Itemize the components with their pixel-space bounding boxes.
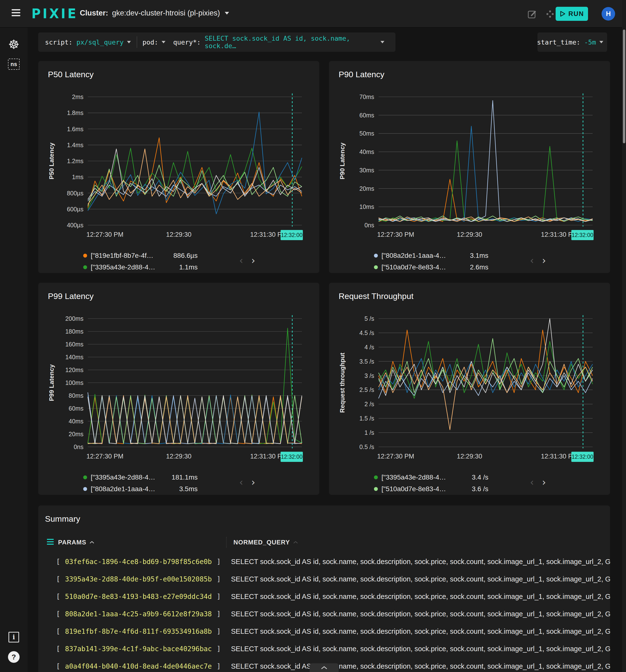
legend-next-icon[interactable]: › — [542, 475, 546, 490]
legend-prev-icon[interactable]: ‹ — [239, 475, 243, 490]
legend-item[interactable]: ["3395a43e-2d88-4… 181.1ms — [83, 472, 309, 483]
series-dot — [83, 254, 87, 258]
normed-query-cell: SELECT sock.sock_id AS id, sock.name, so… — [231, 558, 610, 566]
chevron-down-icon — [225, 12, 229, 15]
param-uuid: 03fef6ac-1896-4ce8-bd69-b798f85c6e0b — [65, 558, 212, 566]
request-throughput-chart[interactable]: 5 /s4.5 /s4 /s3.5 /s3 /s2.5 /s2 /s1.5 /s… — [329, 283, 610, 495]
cluster-wheel-icon[interactable]: ☸ — [0, 37, 28, 52]
cluster-selector[interactable]: Cluster: gke:dev-cluster-htroisi (pl-pix… — [80, 9, 229, 18]
chevron-down-icon[interactable] — [161, 41, 166, 43]
svg-text:160ms: 160ms — [65, 341, 83, 347]
svg-text:1.2ms: 1.2ms — [67, 158, 83, 164]
series-value: 886.6µs — [161, 252, 198, 260]
param-cell[interactable]: [a0a4f044-b040-410d-8ead-4de0446aec7e] — [56, 662, 231, 670]
param-uuid: 3395a43e-2d88-40de-b95f-e00e1502085b — [65, 575, 212, 583]
svg-text:30ms: 30ms — [359, 167, 374, 173]
menu-icon[interactable] — [11, 9, 21, 18]
svg-text:20ms: 20ms — [69, 431, 83, 437]
param-cell[interactable]: [510a0d7e-8e83-4193-b483-e27e09ddc34d] — [56, 593, 231, 601]
svg-text:12:27:30 PM: 12:27:30 PM — [86, 231, 123, 238]
column-header-normed-query[interactable]: NORMED_QUERY — [233, 538, 298, 546]
pod-label: pod: — [143, 39, 158, 46]
legend-item[interactable]: ["510a0d7e-8e83-4… 3.6 /s — [374, 483, 600, 495]
start-time-value: -5m — [584, 39, 596, 46]
panel-title: P50 Latency — [48, 70, 94, 79]
page-scrollbar[interactable] — [622, 0, 626, 672]
svg-text:12:32:00: 12:32:00 — [281, 232, 303, 238]
svg-text:2.5 /s: 2.5 /s — [359, 386, 374, 393]
start-time-selector[interactable]: start_time: -5m — [537, 32, 607, 52]
svg-text:12:29:30: 12:29:30 — [457, 231, 482, 238]
param-cell[interactable]: [3395a43e-2d88-40de-b95f-e00e1502085b] — [56, 575, 231, 583]
series-name: ["510a0d7e-8e83-4… — [381, 485, 452, 493]
svg-text:5 /s: 5 /s — [365, 315, 374, 322]
legend-item[interactable]: ["808a2de1-1aaa-4… 3.1ms — [374, 250, 600, 261]
svg-text:4.5 /s: 4.5 /s — [359, 330, 374, 336]
run-label: RUN — [569, 10, 584, 18]
param-cell[interactable]: [03fef6ac-1896-4ce8-bd69-b798f85c6e0b] — [56, 558, 231, 566]
y-axis-label: P99 Latency — [48, 364, 55, 401]
svg-text:100ms: 100ms — [65, 379, 83, 386]
legend: ["3395a43e-2d88-4… 181.1ms ["808a2de1-1a… — [83, 472, 309, 495]
normed-query-cell: SELECT sock.sock_id AS id, sock.name, so… — [231, 627, 610, 635]
table-row: [837ab141-399e-4c1f-9abc-bace40296bac]SE… — [38, 640, 610, 657]
svg-text:1.8ms: 1.8ms — [67, 110, 83, 116]
data-drawer-toggle[interactable] — [309, 663, 339, 672]
series-name: ["808a2de1-1aaa-4… — [381, 252, 452, 260]
scrollbar-thumb[interactable] — [623, 29, 625, 143]
chevron-down-icon — [599, 41, 603, 43]
legend-prev-icon[interactable]: ‹ — [239, 253, 243, 268]
p90-latency-chart[interactable]: 70ms60ms50ms40ms30ms20ms10ms0ns12:27:30 … — [329, 61, 610, 273]
namespaces-label: ns — [8, 58, 20, 70]
svg-text:12:29:30: 12:29:30 — [166, 231, 192, 238]
param-cell[interactable]: [808a2de1-1aaa-4c25-a9b9-6612e8f29a38] — [56, 610, 231, 618]
svg-text:600µs: 600µs — [67, 206, 83, 213]
script-value-dropdown[interactable]: px/sql_query — [76, 39, 124, 46]
svg-text:120ms: 120ms — [65, 366, 83, 373]
columns-menu-icon[interactable] — [47, 539, 54, 546]
param-cell[interactable]: [837ab141-399e-4c1f-9abc-bace40296bac] — [56, 645, 231, 653]
avatar[interactable]: H — [602, 7, 615, 21]
legend-item[interactable]: ["3395a43e-2d88-4… 1.1ms — [83, 261, 309, 273]
table-row: [03fef6ac-1896-4ce8-bd69-b798f85c6e0b]SE… — [38, 553, 610, 570]
pixie-logo[interactable]: PIXIE — [31, 6, 78, 21]
script-label: script: — [45, 39, 73, 46]
p99-latency-chart[interactable]: 200ms180ms160ms140ms120ms100ms80ms60ms40… — [38, 283, 319, 495]
commands-icon[interactable] — [545, 9, 555, 19]
series-name: ["808a2de1-1aaa-4… — [91, 485, 161, 493]
info-icon[interactable]: i — [0, 632, 28, 643]
column-header-params[interactable]: PARAMS — [58, 538, 95, 546]
request-throughput-panel: 5 /s4.5 /s4 /s3.5 /s3 /s2.5 /s2 /s1.5 /s… — [329, 283, 610, 495]
svg-text:1.4ms: 1.4ms — [67, 142, 83, 148]
edit-script-icon[interactable] — [527, 9, 537, 19]
chevron-down-icon[interactable] — [127, 41, 131, 43]
legend-next-icon[interactable]: › — [542, 253, 546, 268]
p50-latency-chart[interactable]: 2ms1.8ms1.6ms1.4ms1.2ms1ms800µs600µs400µ… — [38, 61, 319, 273]
svg-text:2ms: 2ms — [72, 93, 83, 100]
query-value-dropdown[interactable]: SELECT sock.sock_id AS id, sock.name, so… — [205, 34, 377, 50]
series-dot — [83, 265, 87, 269]
svg-text:140ms: 140ms — [65, 354, 83, 360]
run-button[interactable]: RUN — [556, 7, 588, 21]
legend-prev-icon[interactable]: ‹ — [530, 253, 534, 268]
legend-prev-icon[interactable]: ‹ — [530, 475, 534, 490]
series-dot — [374, 475, 378, 479]
legend-item[interactable]: ["3395a43e-2d88-4… 3.4 /s — [374, 472, 600, 483]
legend-next-icon[interactable]: › — [251, 253, 255, 268]
chevron-down-icon[interactable] — [380, 41, 384, 43]
param-cell[interactable]: [819e1fbf-8b7e-4f6d-811f-693534916a8b] — [56, 627, 231, 635]
legend-item[interactable]: ["819e1fbf-8b7e-4f… 886.6µs — [83, 250, 309, 261]
series-value: 2.6ms — [452, 263, 489, 271]
legend-item[interactable]: ["808a2de1-1aaa-4… 3.5ms — [83, 483, 309, 495]
svg-text:2 /s: 2 /s — [365, 401, 374, 407]
svg-text:10ms: 10ms — [359, 203, 374, 210]
legend-item[interactable]: ["510a0d7e-8e83-4… 2.6ms — [374, 261, 600, 273]
legend-next-icon[interactable]: › — [251, 475, 255, 490]
y-axis-label: Request throughput — [339, 353, 346, 413]
series-value: 3.6 /s — [452, 485, 489, 493]
svg-text:12:27:30 PM: 12:27:30 PM — [86, 453, 123, 460]
series-dot — [374, 487, 378, 491]
help-icon[interactable]: ? — [0, 651, 28, 663]
param-uuid: 819e1fbf-8b7e-4f6d-811f-693534916a8b — [65, 627, 212, 635]
namespaces-icon[interactable]: ns — [0, 58, 28, 70]
